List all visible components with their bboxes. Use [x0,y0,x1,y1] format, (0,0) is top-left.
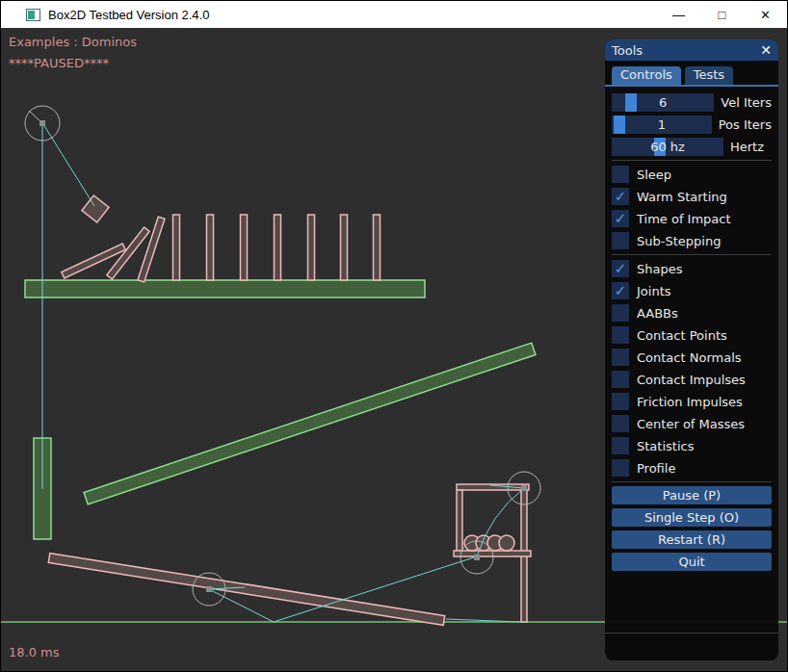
time-of-impact-checkbox[interactable]: ✓ [612,210,629,227]
center-of-masses-checkbox[interactable] [612,415,629,432]
maximize-button[interactable]: □ [700,1,744,28]
dynamic-bodies [48,195,531,625]
check-row-joints: ✓Joints [612,282,772,299]
sleep-checkbox[interactable] [612,166,629,183]
check-row-sub-stepping: Sub-Stepping [612,232,772,249]
domino [374,215,381,280]
friction-impulses-checkbox[interactable] [612,393,629,410]
sim-option-checkboxes: Sleep✓Warm Starting✓Time of ImpactSub-St… [612,166,772,249]
center-of-masses-label: Center of Masses [637,417,745,431]
tab-controls[interactable]: Controls [612,66,681,85]
separator [612,160,772,161]
domino [241,215,248,280]
time-of-impact-label: Time of Impact [637,212,731,226]
contact-impulses-label: Contact Impulses [637,373,746,387]
panel-close-icon[interactable]: ✕ [760,43,772,57]
hertz-slider-value: 60 hz [612,138,723,156]
sleep-label: Sleep [637,168,671,182]
app-icon [26,9,40,21]
profile-checkbox[interactable] [612,459,629,477]
profile-label: Profile [637,461,675,476]
tab-strip: ControlsTests [605,61,778,87]
ball [499,535,514,551]
vel-iters-slider[interactable]: 6 [612,93,714,112]
sub-stepping-checkbox[interactable] [612,232,629,249]
tools-panel-title: Tools [612,43,643,58]
separator [612,254,772,255]
check-row-aabbs: AABBs [612,304,772,322]
separator [605,633,778,633]
joints-label: Joints [637,284,671,298]
quit-button[interactable]: Quit [612,553,772,571]
panel-body: 6Vel Iters1Pos Iters60 hzHertz Sleep✓War… [605,87,778,571]
seesaw-plank [48,554,444,626]
warm-starting-checkbox[interactable]: ✓ [612,188,629,205]
joints-checkbox[interactable]: ✓ [612,282,629,299]
check-row-warm-starting: ✓Warm Starting [612,188,772,205]
app-window: Box2D Testbed Version 2.4.0 — □ ✕ [0,0,788,672]
shapes-checkbox[interactable]: ✓ [612,260,629,277]
pivot-centers [39,120,527,592]
contact-points-checkbox[interactable] [612,326,629,344]
contact-impulses-checkbox[interactable] [612,371,629,388]
action-buttons: Pause (P)Single Step (O)Restart (R)Quit [612,486,772,571]
close-button[interactable]: ✕ [744,1,787,28]
tab-tests[interactable]: Tests [685,66,733,85]
check-row-contact-points: Contact Points [612,326,772,344]
pos-iters-slider-value: 1 [612,116,712,134]
simulation-canvas[interactable]: Examples : Dominos ****PAUSED**** 18.0 m… [1,28,787,670]
contact-normals-checkbox[interactable] [612,349,629,366]
vel-iters-slider-value: 6 [612,93,714,112]
sub-stepping-label: Sub-Stepping [637,234,721,248]
single-step-o-button[interactable]: Single Step (O) [612,508,772,527]
slider-section: 6Vel Iters1Pos Iters60 hzHertz [612,93,772,156]
check-row-friction-impulses: Friction Impulses [612,393,772,410]
friction-impulses-label: Friction Impulses [637,395,743,409]
domino [275,215,281,280]
joint-line [43,124,94,206]
check-row-time-of-impact: ✓Time of Impact [612,210,772,227]
draw-option-checkboxes: ✓Shapes✓JointsAABBsContact PointsContact… [612,260,772,477]
check-row-center-of-masses: Center of Masses [612,415,772,432]
contact-normals-label: Contact Normals [637,350,742,365]
restart-r-button[interactable]: Restart (R) [612,530,772,549]
example-title: Examples : Dominos [9,35,137,49]
minimize-button[interactable]: — [657,1,700,28]
hertz-slider[interactable]: 60 hz [612,138,723,156]
tools-panel: Tools ✕ ControlsTests 6Vel Iters1Pos Ite… [605,39,778,660]
fallen-domino [138,217,165,282]
hertz-label: Hertz [730,140,764,154]
pos-iters-label: Pos Iters [719,117,772,132]
paused-status: ****PAUSED**** [9,56,109,70]
shapes-label: Shapes [637,262,682,276]
window-controls: — □ ✕ [657,1,787,28]
aabbs-checkbox[interactable] [612,304,629,322]
vel-iters-label: Vel Iters [721,95,772,110]
aabbs-label: AABBs [637,306,678,321]
pause-p-button[interactable]: Pause (P) [612,486,772,504]
pos-iters-slider[interactable]: 1 [612,116,712,134]
domino [341,215,348,280]
domino [173,215,180,280]
check-row-sleep: Sleep [612,166,772,183]
frame-time: 18.0 ms [9,645,60,659]
statistics-label: Statistics [637,439,694,453]
domino [308,215,315,280]
check-row-statistics: Statistics [612,437,772,454]
check-row-contact-impulses: Contact Impulses [612,371,772,388]
slider-row-vel-iters: 6Vel Iters [612,93,772,112]
tools-panel-header[interactable]: Tools ✕ [605,39,778,61]
domino-platform [25,280,425,297]
slider-row-hertz: 60 hzHertz [612,138,772,156]
window-title: Box2D Testbed Version 2.4.0 [48,8,657,22]
warm-starting-label: Warm Starting [637,190,727,204]
contact-points-label: Contact Points [637,328,727,343]
check-row-profile: Profile [612,459,772,477]
check-row-contact-normals: Contact Normals [612,349,772,366]
separator [612,481,772,482]
frame-left-post [457,490,462,551]
check-row-shapes: ✓Shapes [612,260,772,277]
statistics-checkbox[interactable] [612,437,629,454]
swinging-box [82,195,109,222]
slider-row-pos-iters: 1Pos Iters [612,116,772,134]
